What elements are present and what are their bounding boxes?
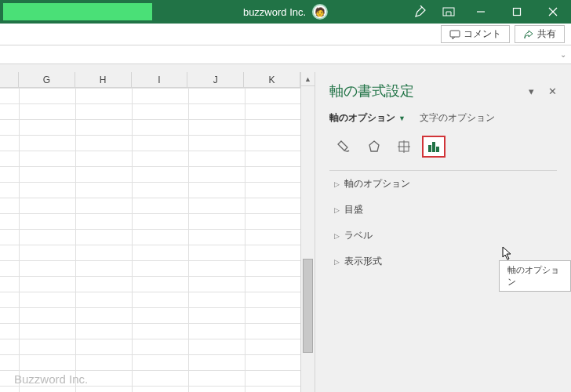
section-tick-marks[interactable]: ▷目盛 [329, 197, 557, 223]
vertical-scrollbar[interactable]: ▲ [301, 72, 315, 392]
formula-expand-icon[interactable]: ⌄ [560, 50, 566, 59]
scroll-thumb[interactable] [303, 259, 313, 353]
maximize-button[interactable] [499, 0, 535, 24]
collapse-icon: ▷ [334, 206, 340, 214]
sections-list: ▷軸のオプション ▷目盛 ▷ラベル ▷表示形式 [329, 170, 557, 274]
titlebar-controls [406, 0, 571, 24]
comment-label: コメント [464, 27, 501, 41]
category-icon-row [333, 136, 557, 158]
column-headers: G H I J K [0, 72, 300, 88]
pen-icon[interactable] [406, 0, 435, 24]
tab-axis-label: 軸のオプション [329, 111, 395, 125]
option-tabs: 軸のオプション ▼ 文字のオプション [329, 111, 557, 125]
chevron-down-icon: ▼ [398, 114, 406, 122]
size-properties-icon[interactable] [392, 136, 416, 158]
collapse-icon: ▷ [334, 258, 340, 266]
column-header[interactable]: I [132, 72, 188, 88]
column-header[interactable]: G [19, 72, 75, 88]
window-title: buzzword Inc. [243, 6, 306, 18]
select-all-corner[interactable] [0, 72, 19, 88]
share-button[interactable]: 共有 [515, 25, 565, 43]
minimize-button[interactable] [463, 0, 499, 24]
svg-rect-10 [428, 145, 431, 152]
title-highlight [3, 3, 152, 20]
collapse-icon: ▷ [334, 180, 340, 188]
column-header[interactable]: H [75, 72, 132, 88]
share-label: 共有 [537, 27, 556, 41]
pane-header: 軸の書式設定 ▾ ✕ [329, 82, 557, 100]
column-header[interactable]: J [187, 72, 244, 88]
scroll-up-button[interactable]: ▲ [301, 72, 315, 86]
empty-strip [0, 64, 571, 72]
svg-rect-2 [514, 9, 521, 16]
scroll-track[interactable] [301, 86, 315, 392]
collapse-icon: ▷ [334, 232, 340, 240]
formula-bar[interactable]: ⌄ [0, 45, 571, 64]
cell-grid[interactable]: Buzzword Inc. [0, 88, 300, 392]
pane-title: 軸の書式設定 [329, 82, 414, 100]
tab-text-label: 文字のオプション [420, 111, 495, 125]
comment-button[interactable]: コメント [441, 25, 510, 43]
window-title-area: buzzword Inc. 🧑 [243, 4, 328, 20]
effects-icon[interactable] [362, 136, 386, 158]
tooltip: 軸のオプション [499, 260, 571, 292]
titlebar: buzzword Inc. 🧑 [0, 0, 571, 24]
fill-line-icon[interactable] [333, 136, 356, 158]
section-labels[interactable]: ▷ラベル [329, 223, 557, 249]
column-header[interactable]: K [244, 72, 300, 88]
section-axis-options[interactable]: ▷軸のオプション [329, 171, 557, 197]
svg-rect-12 [436, 147, 439, 152]
tab-text-options[interactable]: 文字のオプション [420, 111, 495, 125]
tab-axis-options[interactable]: 軸のオプション ▼ [329, 111, 406, 125]
spreadsheet-area: G H I J K Buzzword Inc. [0, 72, 301, 392]
axis-options-icon[interactable] [422, 136, 446, 158]
pane-close-icon[interactable]: ✕ [548, 85, 557, 97]
main-area: G H I J K Buzzword Inc. ▲ 軸の書式設定 ▾ ✕ 軸のオ… [0, 72, 571, 392]
svg-marker-6 [369, 141, 379, 151]
ribbon-display-icon[interactable] [435, 0, 463, 24]
watermark-text: Buzzword Inc. [14, 372, 88, 386]
format-axis-pane: 軸の書式設定 ▾ ✕ 軸のオプション ▼ 文字のオプション [315, 72, 571, 392]
ribbon-row: コメント 共有 [0, 24, 571, 45]
svg-rect-11 [432, 142, 435, 152]
user-avatar[interactable]: 🧑 [312, 4, 328, 20]
svg-rect-5 [450, 31, 460, 37]
pane-dropdown-icon[interactable]: ▾ [529, 85, 534, 97]
close-button[interactable] [535, 0, 571, 24]
